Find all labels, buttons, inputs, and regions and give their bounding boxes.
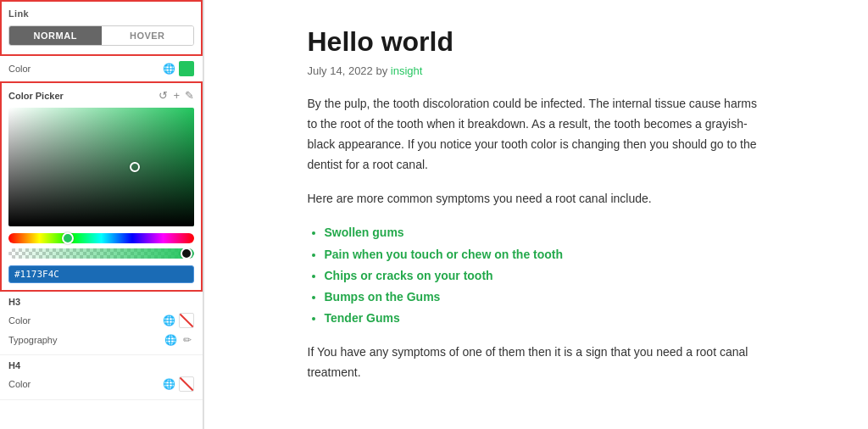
color-label: Color (8, 64, 31, 74)
h3-color-icons: 🌐 (162, 313, 194, 328)
article-body: By the pulp, the tooth discoloration cou… (308, 94, 765, 383)
h4-color-label: Color (8, 379, 31, 389)
article-paragraph-2: Here are more common symptoms you need a… (308, 189, 765, 209)
list-item-4: Bumps on the Gums (325, 287, 765, 308)
hue-slider[interactable] (8, 233, 194, 243)
h3-typo-pencil-icon[interactable]: ✏ (181, 333, 194, 347)
list-item-2: Pain when you touch or chew on the tooth (325, 244, 765, 265)
hex-input-row (8, 265, 194, 283)
color-picker-section: Color Picker ↺ + ✎ (0, 81, 203, 292)
h4-section: H4 Color 🌐 (0, 355, 203, 400)
link-section: Link NORMAL HOVER (0, 0, 203, 56)
hex-input[interactable] (8, 265, 194, 283)
h4-color-swatch-slash[interactable] (179, 376, 194, 392)
opacity-thumb (181, 248, 192, 259)
list-item-5: Tender Gums (325, 308, 765, 329)
color-picker-title: Color Picker (8, 91, 64, 101)
tab-hover[interactable]: HOVER (102, 26, 194, 45)
link-section-label: Link (8, 8, 194, 19)
h3-typography-row: Typography 🌐 ✏ (8, 331, 194, 349)
h3-color-swatch-slash[interactable] (179, 313, 194, 328)
h3-heading: H3 (8, 297, 194, 307)
article-by: by (376, 64, 390, 77)
opacity-slider-container (8, 248, 194, 259)
h4-globe-icon[interactable]: 🌐 (162, 377, 175, 391)
article-date: July 14, 2022 (308, 64, 373, 77)
article-closing: If You have any symptoms of one of them … (308, 343, 765, 383)
content-inner: Hello world July 14, 2022 by insight By … (274, 0, 799, 422)
h3-typography-icons: 🌐 ✏ (164, 333, 194, 347)
color-picker-header: Color Picker ↺ + ✎ (8, 90, 194, 101)
right-content: Hello world July 14, 2022 by insight By … (204, 0, 868, 429)
list-item-1: Swollen gums (325, 222, 765, 243)
h4-color-icons: 🌐 (162, 376, 194, 392)
color-row: Color 🌐 (0, 56, 203, 81)
hue-slider-container (8, 233, 194, 243)
gradient-dark (8, 108, 194, 226)
hue-thumb (62, 232, 74, 244)
article-paragraph-1: By the pulp, the tooth discoloration cou… (308, 94, 765, 175)
color-picker-add-btn[interactable]: + (173, 90, 180, 101)
h3-typo-globe-icon[interactable]: 🌐 (164, 333, 177, 347)
opacity-slider[interactable] (8, 248, 194, 259)
tab-normal[interactable]: NORMAL (9, 26, 102, 45)
left-panel: Link NORMAL HOVER Color 🌐 Color Picker ↺… (0, 0, 203, 429)
h3-globe-icon[interactable]: 🌐 (162, 314, 175, 327)
h4-heading: H4 (8, 360, 194, 370)
color-swatch-green[interactable] (179, 61, 194, 76)
color-picker-reset-btn[interactable]: ↺ (159, 90, 168, 101)
tab-row: NORMAL HOVER (8, 25, 194, 46)
opacity-slider-inner (8, 248, 194, 259)
gradient-canvas[interactable] (8, 108, 194, 226)
article-author-link[interactable]: insight (391, 64, 423, 77)
h3-section: H3 Color 🌐 Typography 🌐 ✏ (0, 292, 203, 355)
h3-typography-label: Typography (8, 335, 57, 345)
color-picker-edit-btn[interactable]: ✎ (185, 90, 194, 101)
h4-color-row: Color 🌐 (8, 374, 194, 394)
h3-color-label: Color (8, 315, 31, 326)
article-title: Hello world (308, 25, 765, 58)
color-picker-actions: ↺ + ✎ (159, 90, 194, 101)
list-item-3: Chips or cracks on your tooth (325, 265, 765, 287)
globe-icon[interactable]: 🌐 (162, 62, 175, 75)
article-meta: July 14, 2022 by insight (308, 64, 765, 77)
article-list: Swollen gums Pain when you touch or chew… (325, 222, 765, 329)
h3-color-row: Color 🌐 (8, 310, 194, 331)
color-icons: 🌐 (162, 61, 194, 76)
